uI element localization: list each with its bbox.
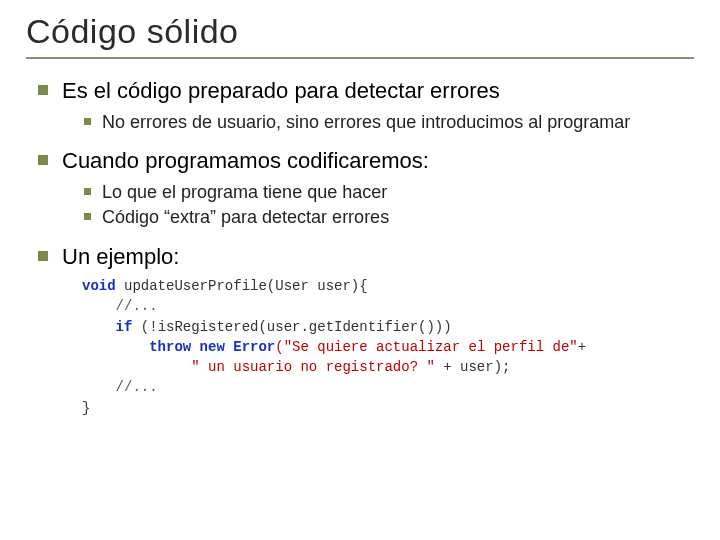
bullet-item-2: Cuando programamos codificaremos: Lo que… — [34, 147, 694, 229]
code-comment: //... — [82, 298, 158, 314]
code-keyword: if — [82, 319, 132, 335]
code-class: Error — [233, 339, 275, 355]
bullet-list: Es el código preparado para detectar err… — [26, 77, 694, 270]
bullet-item-3: Un ejemplo: — [34, 243, 694, 271]
code-comment: //... — [82, 379, 158, 395]
bullet-text: Es el código preparado para detectar err… — [62, 78, 500, 103]
sub-bullet-text: Lo que el programa tiene que hacer — [102, 182, 387, 202]
bullet-text: Un ejemplo: — [62, 244, 179, 269]
sub-bullet-list: No errores de usuario, sino errores que … — [62, 111, 694, 134]
code-string: " un usuario no registrado? " — [82, 359, 435, 375]
code-keyword: throw new — [82, 339, 233, 355]
slide: Código sólido Es el código preparado par… — [0, 0, 720, 540]
code-keyword: void — [82, 278, 116, 294]
code-string: ("Se quiere actualizar el perfil de" — [275, 339, 577, 355]
code-text: + — [578, 339, 586, 355]
bullet-text: Cuando programamos codificaremos: — [62, 148, 429, 173]
sub-bullet-list: Lo que el programa tiene que hacer Códig… — [62, 181, 694, 229]
code-text: updateUserProfile(User user){ — [116, 278, 368, 294]
slide-title: Código sólido — [26, 12, 694, 51]
sub-bullet-text: No errores de usuario, sino errores que … — [102, 112, 630, 132]
code-text: (!isRegistered(user.getIdentifier())) — [132, 319, 451, 335]
sub-bullet-item: Código “extra” para detectar errores — [80, 206, 694, 229]
code-text: + user); — [435, 359, 511, 375]
code-example: void updateUserProfile(User user){ //...… — [82, 276, 694, 418]
sub-bullet-text: Código “extra” para detectar errores — [102, 207, 389, 227]
sub-bullet-item: Lo que el programa tiene que hacer — [80, 181, 694, 204]
bullet-item-1: Es el código preparado para detectar err… — [34, 77, 694, 133]
code-text: } — [82, 400, 90, 416]
title-divider — [26, 57, 694, 59]
sub-bullet-item: No errores de usuario, sino errores que … — [80, 111, 694, 134]
